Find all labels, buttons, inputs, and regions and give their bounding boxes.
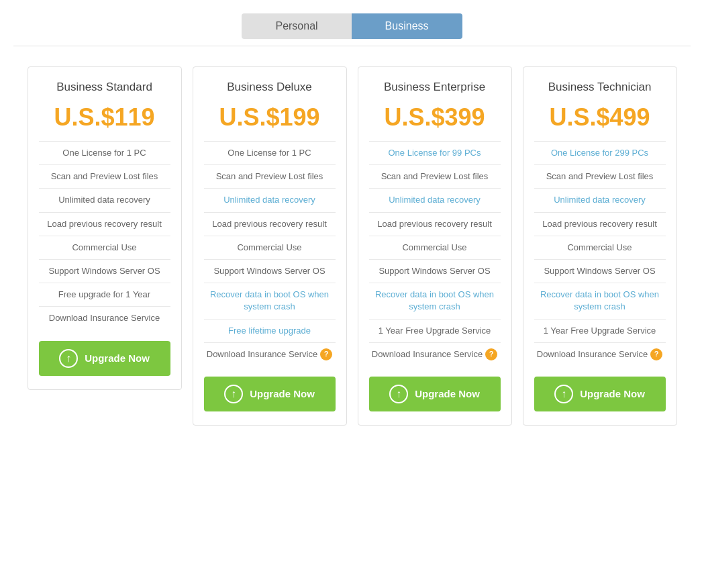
plan-price: U.S.$119 — [54, 103, 154, 132]
feature-item: Scan and Preview Lost files — [39, 164, 170, 188]
plan-card-business-enterprise: Business EnterpriseU.S.$399One License f… — [358, 66, 512, 426]
tab-personal[interactable]: Personal — [242, 13, 351, 39]
feature-item: Download Insurance Service? — [204, 342, 336, 366]
upgrade-now-button[interactable]: Upgrade Now — [204, 377, 336, 411]
feature-item: Unlimited data recovery — [204, 188, 336, 211]
feature-item: One License for 299 PCs — [534, 141, 666, 164]
feature-item: Recover data in boot OS when system cras… — [369, 283, 501, 318]
feature-list: One License for 299 PCsScan and Preview … — [534, 141, 666, 366]
feature-item: Load previous recovery result — [39, 212, 170, 236]
feature-item: One License for 1 PC — [204, 141, 336, 164]
upgrade-now-button[interactable]: Upgrade Now — [369, 377, 501, 411]
feature-item: Load previous recovery result — [204, 212, 336, 236]
feature-item: Download Insurance Service? — [534, 342, 666, 366]
pricing-grid: Business StandardU.S.$119One License for… — [13, 66, 691, 426]
feature-with-icon-wrapper: Download Insurance Service? — [207, 348, 333, 360]
feature-item: Unlimited data recovery — [39, 188, 170, 211]
plan-card-business-deluxe: Business DeluxeU.S.$199One License for 1… — [193, 66, 347, 426]
feature-item: Free upgrade for 1 Year — [39, 283, 170, 306]
plan-card-business-technician: Business TechnicianU.S.$499One License f… — [523, 66, 677, 426]
tab-business[interactable]: Business — [352, 13, 462, 39]
question-icon[interactable]: ? — [485, 348, 497, 360]
feature-item: Scan and Preview Lost files — [369, 164, 501, 188]
feature-item: Download Insurance Service? — [369, 342, 501, 366]
feature-item: Load previous recovery result — [534, 212, 666, 236]
feature-item: Scan and Preview Lost files — [534, 164, 666, 188]
upgrade-button-label: Upgrade Now — [250, 388, 315, 399]
feature-item: Recover data in boot OS when system cras… — [534, 283, 666, 318]
plan-title: Business Standard — [56, 81, 152, 94]
feature-item: Support Windows Server OS — [39, 259, 170, 283]
plan-card-business-standard: Business StandardU.S.$119One License for… — [28, 66, 182, 390]
upgrade-arrow-icon — [59, 349, 78, 368]
feature-item: One License for 1 PC — [39, 141, 170, 164]
feature-item: Unlimited data recovery — [369, 188, 501, 211]
feature-item: 1 Year Free Upgrade Service — [369, 319, 501, 342]
feature-list: One License for 1 PCScan and Preview Los… — [204, 141, 336, 366]
feature-with-icon-wrapper: Download Insurance Service? — [372, 348, 498, 360]
question-icon[interactable]: ? — [320, 348, 332, 360]
feature-item: Support Windows Server OS — [204, 259, 336, 283]
feature-item: Unlimited data recovery — [534, 188, 666, 211]
feature-item: Recover data in boot OS when system cras… — [204, 283, 336, 318]
feature-text: Download Insurance Service — [372, 348, 483, 360]
feature-item: One License for 99 PCs — [369, 141, 501, 164]
feature-text: Download Insurance Service — [537, 348, 648, 360]
divider — [13, 46, 691, 46]
feature-list: One License for 1 PCScan and Preview Los… — [39, 141, 170, 330]
feature-item: Download Insurance Service — [39, 306, 170, 330]
plan-title: Business Enterprise — [384, 81, 485, 94]
plan-title: Business Deluxe — [227, 81, 312, 94]
upgrade-button-label: Upgrade Now — [85, 352, 150, 364]
upgrade-button-label: Upgrade Now — [415, 388, 480, 399]
upgrade-arrow-icon — [224, 385, 243, 403]
upgrade-now-button[interactable]: Upgrade Now — [39, 341, 170, 376]
upgrade-arrow-icon — [389, 385, 408, 403]
upgrade-arrow-icon — [554, 385, 573, 403]
plan-price: U.S.$199 — [219, 103, 319, 132]
upgrade-now-button[interactable]: Upgrade Now — [534, 377, 666, 411]
tab-switcher: Personal Business — [13, 13, 691, 39]
feature-item: Commercial Use — [204, 236, 336, 259]
feature-item: Commercial Use — [369, 236, 501, 259]
plan-price: U.S.$499 — [549, 103, 650, 132]
feature-item: Commercial Use — [39, 236, 170, 259]
plan-title: Business Technician — [548, 81, 652, 94]
feature-text: Download Insurance Service — [207, 348, 317, 360]
plan-price: U.S.$399 — [384, 103, 485, 132]
feature-item: Free lifetime upgrade — [204, 319, 336, 342]
feature-item: Load previous recovery result — [369, 212, 501, 236]
feature-list: One License for 99 PCsScan and Preview L… — [369, 141, 501, 366]
feature-item: 1 Year Free Upgrade Service — [534, 319, 666, 342]
feature-item: Support Windows Server OS — [534, 259, 666, 283]
feature-with-icon-wrapper: Download Insurance Service? — [537, 348, 663, 360]
feature-item: Commercial Use — [534, 236, 666, 259]
feature-item: Scan and Preview Lost files — [204, 164, 336, 188]
upgrade-button-label: Upgrade Now — [580, 388, 645, 399]
feature-item: Support Windows Server OS — [369, 259, 501, 283]
question-icon[interactable]: ? — [650, 348, 662, 360]
